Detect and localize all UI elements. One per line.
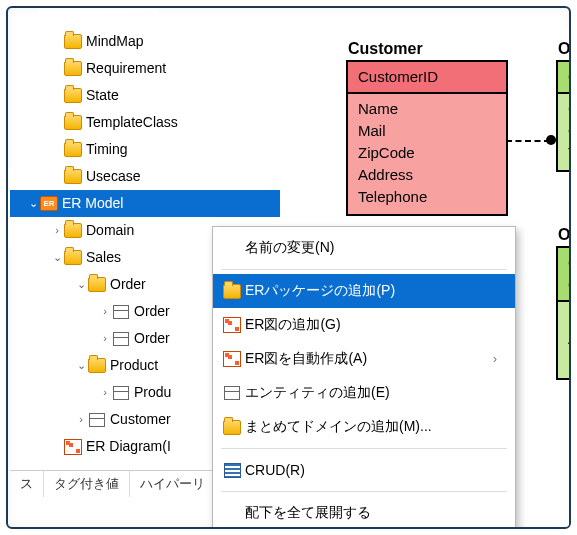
erd-icon [219,351,245,367]
tree-item[interactable]: MindMap [10,28,280,55]
context-menu[interactable]: 名前の変更(N)ERパッケージの追加(P)ER図の追加(G)ER図を自動作成(A… [212,226,516,529]
entity-pk: CustomerID [348,62,506,94]
expand-caret-icon[interactable] [26,190,40,217]
menu-item-label: ER図を自動作成(A) [245,350,493,368]
tree-item[interactable]: TemplateClass [10,109,280,136]
tree-item-label: Customer [110,406,179,433]
expand-caret-icon[interactable] [98,298,112,325]
menu-item-label: ER図の追加(G) [245,316,497,334]
entity-icon [112,331,130,347]
entity-attrs: COT [558,94,571,170]
context-menu-item[interactable]: 配下を全て展開する [213,496,515,529]
relation-endpoint [546,135,556,145]
expand-caret-icon[interactable] [74,271,88,298]
menu-item-label: 配下を全て展開する [245,504,497,522]
folder-icon [64,250,82,266]
tree-item-label: State [86,82,127,109]
context-menu-item[interactable]: ER図の追加(G) [213,308,515,342]
tree-item-label: Sales [86,244,129,271]
folder-icon [88,277,106,293]
expand-caret-icon[interactable] [50,217,64,244]
tree-item[interactable]: State [10,82,280,109]
tree-item[interactable]: Requirement [10,55,280,82]
context-menu-item[interactable]: CRUD(R) [213,453,515,487]
tree-item-label: Usecase [86,163,148,190]
folder-icon [64,223,82,239]
tree-item-label: Order [134,298,178,325]
entity-pk: Or Or [558,248,571,302]
folder-icon [64,61,82,77]
menu-item-label: エンティティの追加(E) [245,384,497,402]
erd-icon [64,439,82,455]
menu-item-label: 名前の変更(N) [245,239,497,257]
expand-caret-icon[interactable] [74,352,88,379]
entity-attrs: PrAmPri [558,302,571,378]
erd-icon [219,317,245,333]
bottom-tab[interactable]: ス [10,471,44,497]
context-menu-item[interactable]: エンティティの追加(E) [213,376,515,410]
bottom-tab[interactable]: ハイパーリ [130,471,216,497]
entity-order[interactable]: Ord O COT [556,60,571,172]
context-menu-item[interactable]: ERパッケージの追加(P) [213,274,515,308]
entity-title: Ord [558,38,571,60]
expand-caret-icon[interactable] [50,244,64,271]
context-menu-item[interactable]: まとめてドメインの追加(M)... [213,410,515,444]
tree-item-label: ER Diagram(I [86,433,179,460]
tree-item-label: Order [134,325,178,352]
crud-icon [219,463,245,478]
expand-caret-icon[interactable] [74,406,88,433]
tree-item-label: Product [110,352,166,379]
folder-icon [88,358,106,374]
entity-icon [112,304,130,320]
tree-item-label: ER Model [62,190,131,217]
folder-icon [64,88,82,104]
tree-item-label: Requirement [86,55,174,82]
folder-icon [64,142,82,158]
tree-item[interactable]: ER Model [10,190,280,217]
bottom-tab[interactable]: タグ付き値 [44,471,130,497]
tree-item-label: Order [110,271,154,298]
entity-title: Customer [348,38,423,60]
entity-icon [88,412,106,428]
tree-item[interactable]: Usecase [10,163,280,190]
folder-icon [219,284,245,299]
folder-icon [64,34,82,50]
folder-icon [219,420,245,435]
menu-item-label: ERパッケージの追加(P) [245,282,497,300]
menu-item-label: まとめてドメインの追加(M)... [245,418,497,436]
context-menu-item[interactable]: 名前の変更(N) [213,231,515,265]
tree-item-label: Produ [134,379,179,406]
folder-icon [64,115,82,131]
expand-caret-icon[interactable] [98,325,112,352]
entity-icon [219,386,245,400]
tree-item[interactable]: Timing [10,136,280,163]
entity-attrs: NameMailZipCodeAddressTelephone [348,94,506,214]
tree-item-label: Domain [86,217,142,244]
menu-item-label: CRUD(R) [245,462,497,478]
tree-item-label: MindMap [86,28,152,55]
entity-order-2[interactable]: Orde Or Or PrAmPri [556,246,571,380]
tree-item-label: TemplateClass [86,109,186,136]
context-menu-item[interactable]: ER図を自動作成(A)› [213,342,515,376]
entity-customer[interactable]: Customer CustomerID NameMailZipCodeAddre… [346,60,508,216]
relation-line [506,140,550,142]
expand-caret-icon[interactable] [98,379,112,406]
entity-icon [112,385,130,401]
tree-item-label: Timing [86,136,136,163]
entity-title: Orde [558,224,571,246]
submenu-arrow-icon: › [493,352,497,366]
folder-icon [64,169,82,185]
er-icon [40,196,58,212]
entity-pk: O [558,62,571,94]
